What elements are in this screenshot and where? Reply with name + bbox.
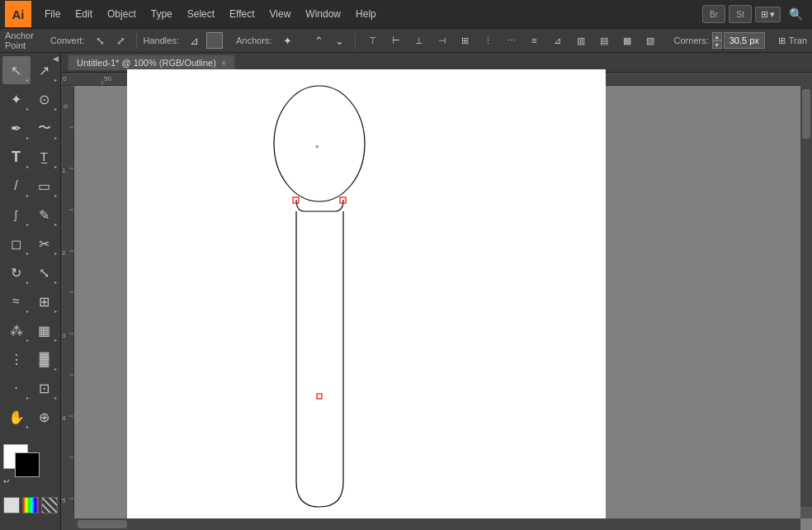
type-icon: T xyxy=(12,149,21,166)
tran-label: Tran xyxy=(789,35,807,45)
main-area: ◀ ↖ ▸ ↗ ▸ ✦ ▸ ⊙ ▸ ✒ ▸ xyxy=(0,53,812,530)
svg-text:4: 4 xyxy=(62,414,66,422)
v-scrollbar-thumb[interactable] xyxy=(802,89,810,139)
tool-rotate[interactable]: ↻ ▸ xyxy=(2,258,31,286)
tool-pencil[interactable]: ✎ ▸ xyxy=(31,201,59,229)
svg-rect-24 xyxy=(61,86,74,518)
direct-selection-icon: ↗ xyxy=(39,63,50,78)
align-icon-12[interactable]: ▦ xyxy=(616,31,638,50)
align-icon-6[interactable]: ⋮ xyxy=(478,31,499,50)
handles-icon-1[interactable]: ⊿ xyxy=(186,31,204,50)
warp-icon: ≈ xyxy=(12,294,20,309)
tool-line[interactable]: / ▸ xyxy=(2,172,31,200)
tool-scissors[interactable]: ✂ ▸ xyxy=(31,230,59,258)
svg-text:3: 3 xyxy=(62,332,66,339)
menu-select[interactable]: Select xyxy=(181,5,221,23)
corners-up[interactable]: ▲ xyxy=(712,32,722,40)
path-icon-1[interactable]: ⌃ xyxy=(309,31,328,50)
align-icon-4[interactable]: ⊣ xyxy=(432,31,453,50)
menu-edit[interactable]: Edit xyxy=(68,5,99,23)
tool-gradient[interactable]: ▓ ▸ xyxy=(31,345,59,373)
tool-mesh[interactable]: ⋮ xyxy=(2,345,31,373)
workspace-button[interactable]: ⊞ ▾ xyxy=(755,7,781,22)
menu-file[interactable]: File xyxy=(38,5,67,23)
swatch-reset[interactable]: ↩ xyxy=(3,477,10,485)
tool-rect[interactable]: ▭ ▸ xyxy=(31,172,59,200)
swatch-gradient[interactable] xyxy=(22,497,39,513)
tool-lasso[interactable]: ⊙ ▸ xyxy=(31,85,59,113)
tool-pen[interactable]: ✒ ▸ xyxy=(2,114,31,142)
menu-effect[interactable]: Effect xyxy=(223,5,261,23)
tool-type-vert[interactable]: T̲ ▸ xyxy=(31,143,59,171)
tool-eyedropper[interactable]: ⋅ ▸ xyxy=(2,374,31,402)
corners-down[interactable]: ▼ xyxy=(712,40,722,49)
doc-tab-close[interactable]: × xyxy=(221,59,226,68)
align-icon-3[interactable]: ⊥ xyxy=(408,31,430,50)
artboard[interactable] xyxy=(127,69,606,530)
tool-blend[interactable]: ⊡ ▸ xyxy=(31,374,59,402)
tool-magic-wand[interactable]: ✦ ▸ xyxy=(2,85,31,113)
tool-row-12: ⋅ ▸ ⊡ ▸ xyxy=(2,374,59,402)
anchors-icon-1[interactable]: ✦ xyxy=(278,31,296,50)
horizontal-scrollbar[interactable] xyxy=(61,518,800,530)
blend-icon: ⊡ xyxy=(39,381,50,396)
menu-bar: Ai File Edit Object Type Select Effect V… xyxy=(0,0,812,28)
vertical-scrollbar[interactable] xyxy=(800,73,812,518)
tool-free-transform[interactable]: ⊞ ▸ xyxy=(31,287,59,315)
align-icon-2[interactable]: ⊢ xyxy=(385,31,407,50)
handles-swatch[interactable] xyxy=(206,32,223,49)
tool-zoom[interactable]: ⊕ xyxy=(31,403,59,431)
menu-type[interactable]: Type xyxy=(144,5,179,23)
path-icon-2[interactable]: ⌄ xyxy=(330,31,348,50)
color-box-group: ↩ xyxy=(3,444,43,480)
tool-warp[interactable]: ≈ ▸ xyxy=(2,287,31,315)
symbol-icon: ⁂ xyxy=(10,323,23,338)
tool-hand[interactable]: ✋ ▸ xyxy=(2,403,31,431)
convert-icon-2[interactable]: ⤢ xyxy=(111,31,130,50)
align-icon-10[interactable]: ▥ xyxy=(570,31,592,50)
tool-graph[interactable]: ▦ ▸ xyxy=(31,316,59,344)
anchors-label: Anchors: xyxy=(236,35,271,45)
tool-selection[interactable]: ↖ ▸ xyxy=(2,56,31,84)
tool-symbol[interactable]: ⁂ ▸ xyxy=(2,316,31,344)
menu-window[interactable]: Window xyxy=(299,5,347,23)
tool-curvature[interactable]: 〜 ▸ xyxy=(31,114,59,142)
align-icon-5[interactable]: ⊞ xyxy=(455,31,476,50)
stock-button[interactable]: St xyxy=(729,5,752,23)
tool-type[interactable]: T ▸ xyxy=(2,143,31,171)
align-icon-13[interactable]: ▧ xyxy=(640,31,661,50)
rotate-icon: ↻ xyxy=(11,265,21,281)
tool-eraser[interactable]: ◻ ▸ xyxy=(2,230,31,258)
tool-scale[interactable]: ⤡ ▸ xyxy=(31,258,59,286)
selection-icon: ↖ xyxy=(11,63,21,78)
extra-icon-1[interactable]: ⊞ xyxy=(778,31,786,50)
document-tab[interactable]: Untitled-1* @ 100% (RGB/Outline) × xyxy=(68,54,235,70)
bridge-button[interactable]: Br xyxy=(702,5,725,23)
tool-row-9: ≈ ▸ ⊞ ▸ xyxy=(2,287,59,315)
h-scrollbar-thumb[interactable] xyxy=(78,520,127,528)
doc-tab-title: Untitled-1* @ 100% (RGB/Outline) xyxy=(77,58,216,68)
app-logo: Ai xyxy=(5,1,31,27)
svg-text:50: 50 xyxy=(104,75,111,83)
background-color[interactable] xyxy=(15,452,40,477)
menu-help[interactable]: Help xyxy=(349,5,383,23)
align-icon-11[interactable]: ▤ xyxy=(593,31,615,50)
align-icon-7[interactable]: ⋯ xyxy=(501,31,522,50)
tool-paintbrush[interactable]: ∫ ▸ xyxy=(2,201,31,229)
align-icon-9[interactable]: ⊿ xyxy=(547,31,569,50)
search-button[interactable]: 🔍 xyxy=(784,2,807,26)
align-icon-8[interactable]: ≡ xyxy=(524,31,545,50)
corners-value-input[interactable] xyxy=(724,32,765,49)
convert-icon-1[interactable]: ⤡ xyxy=(91,31,109,50)
magic-wand-icon: ✦ xyxy=(11,92,21,107)
align-group: ⊤ ⊢ ⊥ ⊣ ⊞ ⋮ ⋯ ≡ ⊿ ▥ ▤ ▦ ▧ xyxy=(362,31,661,50)
swatch-pattern[interactable] xyxy=(41,497,58,513)
menu-object[interactable]: Object xyxy=(101,5,143,23)
color-section: ↩ xyxy=(3,444,43,480)
tool-direct-selection[interactable]: ↗ ▸ xyxy=(31,56,59,84)
type-vert-icon: T̲ xyxy=(40,150,48,163)
path-icons: ⌃ ⌄ xyxy=(309,31,348,50)
align-icon-1[interactable]: ⊤ xyxy=(362,31,384,50)
swatch-color[interactable] xyxy=(3,497,20,513)
menu-view[interactable]: View xyxy=(263,5,298,23)
